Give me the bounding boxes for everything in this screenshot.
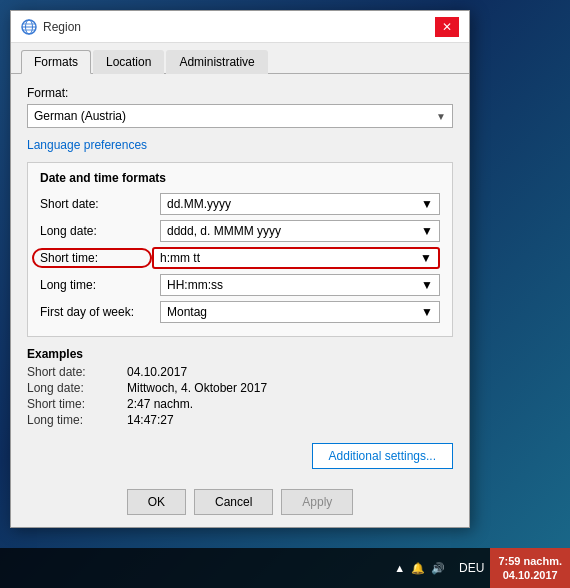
tab-administrative[interactable]: Administrative xyxy=(166,50,267,74)
taskbar-language[interactable]: DEU xyxy=(453,561,490,575)
taskbar-date: 04.10.2017 xyxy=(503,568,558,582)
short-date-value: dd.MM.yyyy xyxy=(167,197,231,211)
example-short-time: Short time: 2:47 nachm. xyxy=(27,397,453,411)
format-dropdown-arrow: ▼ xyxy=(436,111,446,122)
format-label: Format: xyxy=(27,86,453,100)
short-time-label: Short time: xyxy=(32,248,152,268)
example-long-time-value: 14:47:27 xyxy=(127,413,174,427)
example-long-time: Long time: 14:47:27 xyxy=(27,413,453,427)
long-date-value: dddd, d. MMMM yyyy xyxy=(167,224,281,238)
long-time-dropdown[interactable]: HH:mm:ss ▼ xyxy=(160,274,440,296)
dialog-titlebar: Region ✕ xyxy=(11,11,469,43)
additional-settings-button[interactable]: Additional settings... xyxy=(312,443,453,469)
taskbar-right: ▲ 🔔 🔊 DEU 7:59 nachm. 04.10.2017 xyxy=(386,548,570,588)
example-long-time-label: Long time: xyxy=(27,413,127,427)
example-short-time-value: 2:47 nachm. xyxy=(127,397,193,411)
first-day-row: First day of week: Montag ▼ xyxy=(40,301,440,323)
title-left: Region xyxy=(21,19,81,35)
first-day-label: First day of week: xyxy=(40,305,160,319)
long-time-label: Long time: xyxy=(40,278,160,292)
tab-location[interactable]: Location xyxy=(93,50,164,74)
example-long-date-label: Long date: xyxy=(27,381,127,395)
short-date-dropdown[interactable]: dd.MM.yyyy ▼ xyxy=(160,193,440,215)
long-date-row: Long date: dddd, d. MMMM yyyy ▼ xyxy=(40,220,440,242)
example-short-date-value: 04.10.2017 xyxy=(127,365,187,379)
tab-formats[interactable]: Formats xyxy=(21,50,91,74)
long-time-row: Long time: HH:mm:ss ▼ xyxy=(40,274,440,296)
first-day-dropdown[interactable]: Montag ▼ xyxy=(160,301,440,323)
format-value: German (Austria) xyxy=(34,109,126,123)
short-time-dropdown[interactable]: h:mm tt ▼ xyxy=(152,247,440,269)
long-time-value: HH:mm:ss xyxy=(167,278,223,292)
taskbar-time: 7:59 nachm. xyxy=(498,554,562,568)
long-date-label: Long date: xyxy=(40,224,160,238)
short-time-arrow: ▼ xyxy=(420,251,432,265)
taskbar-system-icons: ▲ 🔔 🔊 xyxy=(386,562,453,575)
taskbar: ▲ 🔔 🔊 DEU 7:59 nachm. 04.10.2017 xyxy=(0,548,570,588)
close-button[interactable]: ✕ xyxy=(435,17,459,37)
examples-title: Examples xyxy=(27,347,453,361)
volume-icon[interactable]: 🔊 xyxy=(431,562,445,575)
datetime-section: Date and time formats Short date: dd.MM.… xyxy=(27,162,453,337)
example-short-date: Short date: 04.10.2017 xyxy=(27,365,453,379)
format-row: Format: German (Austria) ▼ xyxy=(27,86,453,128)
apply-button[interactable]: Apply xyxy=(281,489,353,515)
long-date-arrow: ▼ xyxy=(421,224,433,238)
additional-settings-row: Additional settings... xyxy=(27,439,453,469)
short-date-arrow: ▼ xyxy=(421,197,433,211)
language-preferences-link[interactable]: Language preferences xyxy=(27,138,147,152)
format-dropdown[interactable]: German (Austria) ▼ xyxy=(27,104,453,128)
example-short-time-label: Short time: xyxy=(27,397,127,411)
first-day-value: Montag xyxy=(167,305,207,319)
taskbar-clock[interactable]: 7:59 nachm. 04.10.2017 xyxy=(490,548,570,588)
example-short-date-label: Short date: xyxy=(27,365,127,379)
example-long-date: Long date: Mittwoch, 4. Oktober 2017 xyxy=(27,381,453,395)
short-time-value: h:mm tt xyxy=(160,251,200,265)
long-date-dropdown[interactable]: dddd, d. MMMM yyyy ▼ xyxy=(160,220,440,242)
dialog-content: Format: German (Austria) ▼ Language pref… xyxy=(11,74,469,481)
example-long-date-value: Mittwoch, 4. Oktober 2017 xyxy=(127,381,267,395)
ok-button[interactable]: OK xyxy=(127,489,186,515)
first-day-arrow: ▼ xyxy=(421,305,433,319)
notification-icon[interactable]: 🔔 xyxy=(411,562,425,575)
short-time-row: Short time: h:mm tt ▼ xyxy=(40,247,440,269)
globe-icon xyxy=(21,19,37,35)
examples-section: Examples Short date: 04.10.2017 Long dat… xyxy=(27,347,453,427)
cancel-button[interactable]: Cancel xyxy=(194,489,273,515)
long-time-arrow: ▼ xyxy=(421,278,433,292)
datetime-section-title: Date and time formats xyxy=(40,171,440,185)
dialog-title: Region xyxy=(43,20,81,34)
chevron-up-icon[interactable]: ▲ xyxy=(394,562,405,574)
region-dialog: Region ✕ Formats Location Administrative… xyxy=(10,10,470,528)
dialog-footer: OK Cancel Apply xyxy=(11,481,469,527)
short-date-label: Short date: xyxy=(40,197,160,211)
tab-bar: Formats Location Administrative xyxy=(11,43,469,74)
short-date-row: Short date: dd.MM.yyyy ▼ xyxy=(40,193,440,215)
